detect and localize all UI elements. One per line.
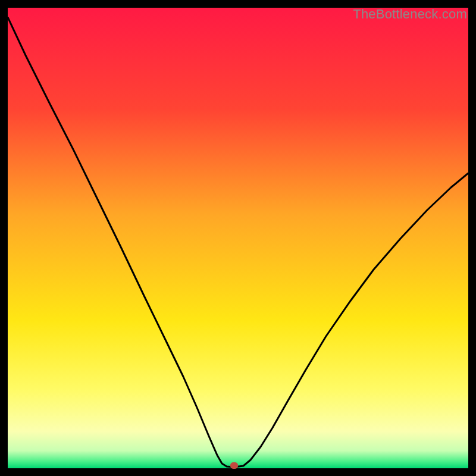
- watermark-label: TheBottleneck.com: [353, 7, 467, 22]
- chart-frame: TheBottleneck.com: [8, 8, 468, 468]
- chart-plot: [8, 8, 468, 468]
- gradient-background: [8, 8, 468, 468]
- optimal-point-marker: [230, 462, 238, 469]
